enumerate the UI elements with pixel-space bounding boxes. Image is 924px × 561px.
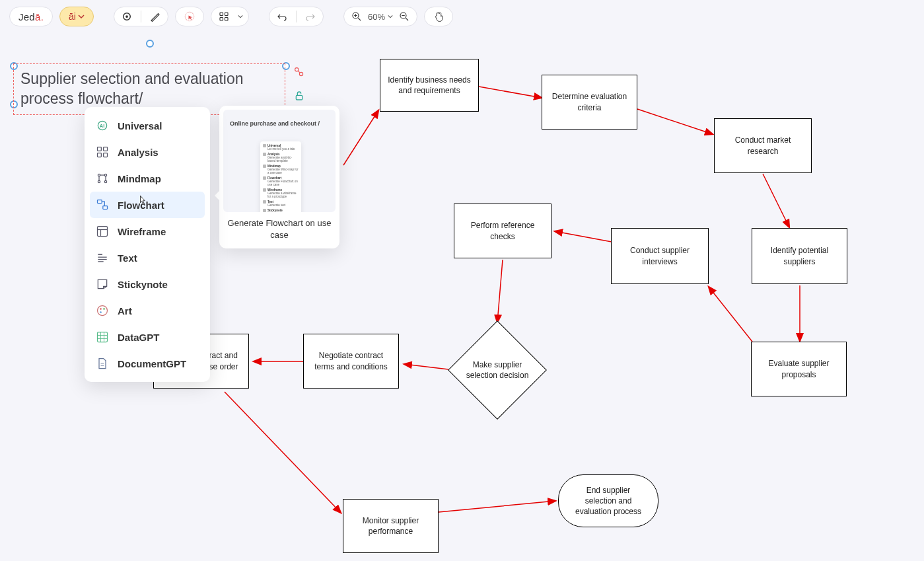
svg-rect-43 [98,332,108,342]
node-identify-needs[interactable]: Identify business needs and requirements [380,59,479,112]
menu-item-label: Text [118,252,137,264]
menu-item-wireframe[interactable]: Wireframe [90,218,205,244]
svg-rect-53 [220,13,223,16]
node-market-research[interactable]: Conduct market research [714,118,812,173]
menu-item-art[interactable]: Art [90,297,205,324]
pan-button[interactable] [431,9,446,24]
shape-tools [114,7,168,26]
preview-caption: Generate Flowchart on use case [223,212,336,244]
art-icon [95,303,110,318]
select-tool-group [175,7,204,26]
svg-rect-30 [98,200,102,204]
zoom-in-button[interactable] [349,9,364,24]
menu-item-datagpt[interactable]: DataGPT [90,324,205,350]
menu-item-label: Art [118,305,132,317]
selection-handle[interactable] [146,40,154,48]
svg-rect-20 [104,147,108,151]
documentgpt-icon [95,356,110,371]
node-selection-decision[interactable]: Make supplier selection decision [448,320,547,420]
svg-point-51 [125,15,128,18]
svg-point-24 [104,174,106,176]
menu-item-label: Mindmap [118,173,161,184]
svg-line-9 [404,364,448,369]
select-tool-button[interactable] [182,9,197,24]
menu-item-documentgpt[interactable]: DocumentGPT [90,350,205,377]
svg-point-25 [98,180,100,182]
svg-rect-22 [104,153,108,157]
analysis-icon [95,145,110,159]
node-reference-checks[interactable]: Perform reference checks [454,204,551,258]
menu-item-label: Analysis [118,147,159,158]
svg-line-62 [406,18,408,20]
svg-point-39 [98,306,108,316]
svg-line-7 [555,231,612,242]
menu-item-label: DocumentGPT [118,358,186,369]
ai-button[interactable]: āi [59,7,94,26]
svg-line-6 [709,287,752,342]
menu-item-label: Wireframe [118,226,166,237]
menu-item-mindmap[interactable]: Mindmap [90,165,205,192]
svg-line-4 [763,174,789,227]
node-negotiate-terms[interactable]: Negotiate contract terms and conditions [303,334,399,389]
node-end-process[interactable]: End supplier selection and evaluation pr… [558,474,658,527]
node-monitor-performance[interactable]: Monitor supplier performance [343,499,439,553]
svg-line-8 [497,260,503,322]
menu-item-stickynote[interactable]: Stickynote [90,271,205,297]
gesture-icon [293,66,305,78]
svg-rect-19 [98,147,102,151]
pen-tool-button[interactable] [148,9,162,24]
menu-item-label: Stickynote [118,279,168,290]
text-icon [95,250,110,265]
svg-point-42 [100,311,102,313]
logo[interactable]: Jedā. [9,7,53,26]
svg-rect-32 [98,227,108,237]
zoom-out-button[interactable] [397,9,411,24]
svg-line-2 [479,87,542,98]
menu-item-text[interactable]: Text [90,244,205,271]
chevron-down-icon [388,14,393,19]
svg-point-41 [103,308,105,310]
svg-point-14 [299,72,302,75]
preview-panel: Online purchase and checkout / Universal… [219,106,339,248]
svg-rect-55 [220,18,223,21]
svg-rect-16 [296,95,302,100]
universal-icon: AI [95,118,110,133]
svg-point-26 [104,180,106,182]
node-conduct-interviews[interactable]: Conduct supplier interviews [611,228,709,284]
menu-item-analysis[interactable]: Analysis [90,139,205,165]
svg-point-13 [295,68,299,71]
svg-point-23 [98,174,100,176]
svg-text:AI: AI [100,123,105,129]
apps-tool [211,7,249,26]
node-identify-suppliers[interactable]: Identify potential suppliers [752,228,847,284]
zoom-level[interactable]: 60% [368,12,393,22]
menu-item-universal[interactable]: AI Universal [90,112,205,139]
mindmap-icon [95,171,110,186]
svg-point-40 [100,308,102,310]
svg-rect-21 [98,153,102,157]
svg-rect-54 [225,13,229,16]
node-evaluate-proposals[interactable]: Evaluate supplier proposals [751,342,847,396]
wireframe-icon [95,224,110,239]
toolbar: Jedā. āi 60% [0,5,924,28]
redo-button[interactable] [303,9,318,24]
undo-button[interactable] [275,9,289,24]
menu-item-label: DataGPT [118,332,159,343]
shape-tool-button[interactable] [120,9,134,24]
node-determine-criteria[interactable]: Determine evaluation criteria [542,75,637,130]
svg-line-3 [637,109,713,134]
history-tools [269,7,324,26]
menu-item-label: Universal [118,120,162,131]
svg-rect-31 [103,206,108,209]
apps-button[interactable] [217,9,231,24]
zoom-controls: 60% [343,7,417,26]
canvas[interactable]: Identify business needs and requirements… [0,0,924,561]
chevron-down-icon [78,13,85,20]
preview-thumbnail: Online purchase and checkout / Universal… [223,110,336,212]
svg-line-11 [225,392,341,513]
svg-line-15 [299,71,300,73]
svg-line-1 [343,110,378,165]
stickynote-icon [95,277,110,291]
lock-icon[interactable] [294,91,304,101]
ai-menu: AI Universal Analysis Mindmap Flowchart … [85,107,210,382]
